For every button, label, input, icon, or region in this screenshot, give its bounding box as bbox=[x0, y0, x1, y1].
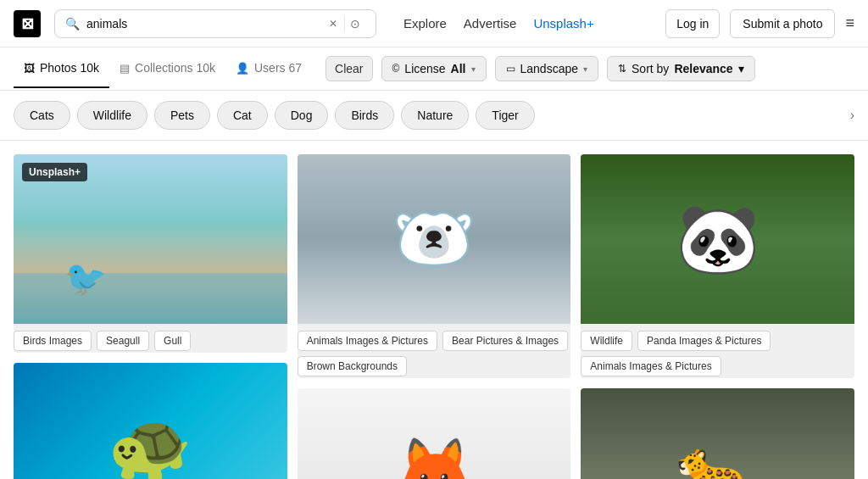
search-clear-icon[interactable]: ✕ bbox=[329, 18, 337, 30]
search-bar: 🔍 ✕ ⊙ bbox=[54, 9, 376, 38]
tag-brown-backgrounds[interactable]: Brown Backgrounds bbox=[298, 356, 407, 376]
main-content: Unsplash+ Birds Images Seagull Gull Anim… bbox=[0, 141, 868, 479]
category-cat[interactable]: Cat bbox=[217, 101, 268, 130]
tag-panda-images[interactable]: Panda Images & Pictures bbox=[637, 331, 771, 351]
tab-users-label: Users 67 bbox=[254, 61, 302, 75]
visual-search-icon[interactable]: ⊙ bbox=[344, 15, 365, 32]
license-value: All bbox=[451, 62, 466, 75]
bear-image bbox=[298, 154, 571, 324]
sort-chevron-icon: ▾ bbox=[738, 62, 744, 75]
tag-birds-images[interactable]: Birds Images bbox=[14, 331, 92, 351]
users-tab-icon: 👤 bbox=[236, 62, 249, 75]
submit-photo-button[interactable]: Submit a photo bbox=[730, 9, 835, 38]
photo-card-turtle[interactable] bbox=[14, 363, 287, 479]
license-chevron-icon: ▾ bbox=[471, 64, 476, 74]
category-wildlife[interactable]: Wildlife bbox=[77, 101, 147, 130]
tag-seagull[interactable]: Seagull bbox=[97, 331, 149, 351]
tag-bear-pictures[interactable]: Bear Pictures & Images bbox=[442, 331, 568, 351]
nav-advertise[interactable]: Advertise bbox=[464, 16, 517, 31]
license-filter-button[interactable]: © License All ▾ bbox=[381, 56, 487, 81]
category-dog[interactable]: Dog bbox=[275, 101, 329, 130]
bear-tags: Animals Images & Pictures Bear Pictures … bbox=[298, 324, 571, 378]
sort-button[interactable]: ⇅ Sort by Relevance ▾ bbox=[607, 56, 755, 81]
panda-image bbox=[581, 154, 854, 324]
photo-card-leopard[interactable] bbox=[581, 388, 854, 479]
login-button[interactable]: Log in bbox=[665, 9, 720, 38]
photo-card-panda[interactable]: Wildlife Panda Images & Pictures Animals… bbox=[581, 154, 854, 378]
tag-wildlife[interactable]: Wildlife bbox=[581, 331, 632, 351]
sort-icon: ⇅ bbox=[618, 63, 626, 75]
orientation-filter-button[interactable]: ▭ Landscape ▾ bbox=[495, 56, 599, 81]
panda-tags: Wildlife Panda Images & Pictures Animals… bbox=[581, 324, 854, 378]
tag-animals-images-2[interactable]: Animals Images & Pictures bbox=[581, 356, 721, 376]
clear-filter-button[interactable]: Clear bbox=[326, 56, 372, 81]
seagull-tags: Birds Images Seagull Gull bbox=[14, 324, 287, 353]
photo-col-2: Animals Images & Pictures Bear Pictures … bbox=[298, 154, 571, 479]
turtle-image bbox=[14, 363, 287, 479]
logo[interactable]: ⊠ bbox=[14, 10, 41, 37]
photo-card-fox[interactable] bbox=[298, 388, 571, 479]
category-nature[interactable]: Nature bbox=[401, 101, 469, 130]
photo-card-bear[interactable]: Animals Images & Pictures Bear Pictures … bbox=[298, 154, 571, 378]
photo-col-1: Unsplash+ Birds Images Seagull Gull bbox=[14, 154, 287, 479]
category-tiger[interactable]: Tiger bbox=[476, 101, 534, 130]
photos-tab-icon: 🖼 bbox=[24, 62, 35, 75]
logo-icon: ⊠ bbox=[21, 14, 34, 33]
sort-value: Relevance bbox=[674, 62, 732, 75]
tab-collections-label: Collections 10k bbox=[135, 61, 215, 75]
main-nav: Explore Advertise Unsplash+ bbox=[403, 16, 594, 31]
nav-unsplash-plus[interactable]: Unsplash+ bbox=[533, 16, 593, 31]
photo-card-seagull[interactable]: Unsplash+ Birds Images Seagull Gull bbox=[14, 154, 287, 353]
menu-icon[interactable]: ≡ bbox=[845, 14, 854, 32]
tab-photos[interactable]: 🖼 Photos 10k bbox=[14, 49, 109, 88]
orientation-chevron-icon: ▾ bbox=[583, 64, 587, 74]
tab-users[interactable]: 👤 Users 67 bbox=[225, 49, 312, 88]
leopard-image bbox=[581, 388, 854, 479]
seagull-water bbox=[14, 273, 287, 324]
orientation-icon: ▭ bbox=[506, 63, 515, 75]
nav-explore[interactable]: Explore bbox=[403, 16, 447, 31]
collections-tab-icon: ▤ bbox=[120, 62, 130, 75]
photo-grid: Unsplash+ Birds Images Seagull Gull Anim… bbox=[14, 154, 854, 479]
category-bar: Cats Wildlife Pets Cat Dog Birds Nature … bbox=[0, 91, 868, 141]
header: ⊠ 🔍 ✕ ⊙ Explore Advertise Unsplash+ Log … bbox=[0, 0, 868, 47]
tag-animals-images[interactable]: Animals Images & Pictures bbox=[298, 331, 437, 351]
search-icon: 🔍 bbox=[65, 17, 80, 31]
photo-col-3: Wildlife Panda Images & Pictures Animals… bbox=[581, 154, 854, 479]
sort-label: Sort by bbox=[632, 62, 669, 75]
category-next-icon[interactable]: › bbox=[850, 108, 854, 123]
tag-gull[interactable]: Gull bbox=[154, 331, 191, 351]
header-actions: Log in Submit a photo ≡ bbox=[665, 9, 854, 38]
unsplash-plus-badge: Unsplash+ bbox=[22, 163, 87, 181]
tab-photos-label: Photos 10k bbox=[40, 61, 99, 75]
license-icon: © bbox=[392, 63, 400, 75]
category-birds[interactable]: Birds bbox=[335, 101, 394, 130]
category-pets[interactable]: Pets bbox=[154, 101, 210, 130]
tab-bar: 🖼 Photos 10k ▤ Collections 10k 👤 Users 6… bbox=[0, 47, 868, 91]
search-input[interactable] bbox=[86, 17, 322, 31]
fox-image bbox=[298, 388, 571, 479]
orientation-value: Landscape bbox=[520, 62, 579, 75]
category-cats[interactable]: Cats bbox=[14, 101, 70, 130]
license-label: License bbox=[404, 62, 445, 75]
tab-collections[interactable]: ▤ Collections 10k bbox=[109, 49, 225, 88]
